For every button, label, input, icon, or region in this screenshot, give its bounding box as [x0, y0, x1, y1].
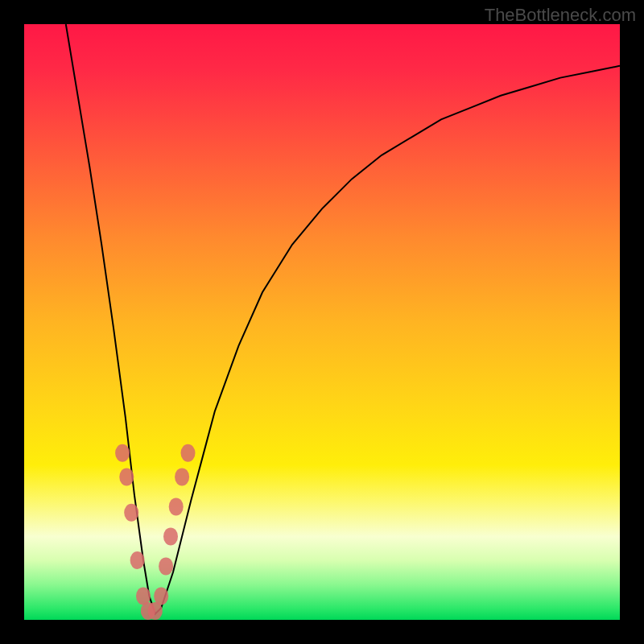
chart-container: TheBottleneck.com: [0, 0, 644, 644]
bottleneck-curve: [66, 24, 620, 614]
curve-svg: [24, 24, 620, 620]
curve-marker: [115, 444, 130, 462]
plot-area: [24, 24, 620, 620]
curve-marker: [130, 551, 145, 569]
curve-marker: [159, 557, 173, 575]
curve-marker: [119, 468, 134, 485]
curve-marker: [181, 444, 196, 462]
curve-marker: [169, 497, 184, 515]
watermark-text: TheBottleneck.com: [485, 5, 636, 26]
curve-marker: [154, 587, 168, 605]
curve-marker: [124, 504, 138, 522]
curve-marker: [175, 468, 189, 485]
curve-marker: [163, 527, 178, 545]
